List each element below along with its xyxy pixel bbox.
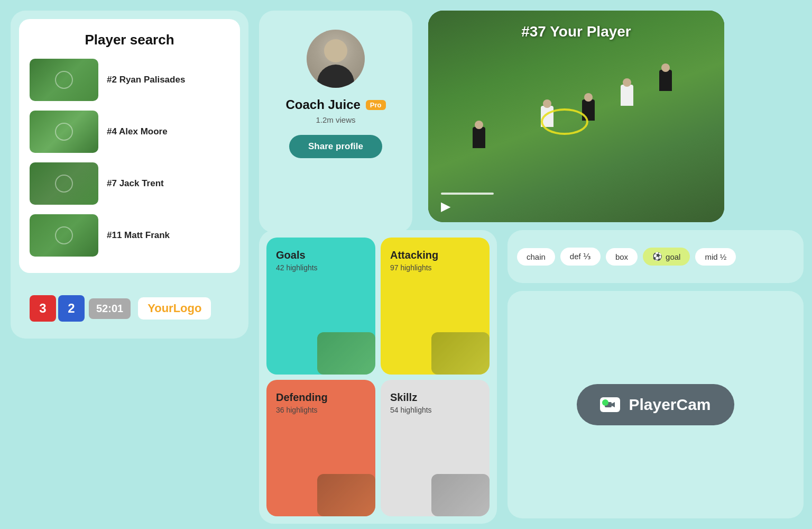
player-name: #11 Matt Frank xyxy=(107,230,170,241)
player-search-inner: Player search #2 Ryan Palisades #4 Alex … xyxy=(19,19,240,273)
scoreboard: 3 2 52:01 YourLogo xyxy=(30,295,211,322)
logo-text: YourLogo xyxy=(147,302,201,315)
score-away: 2 xyxy=(58,295,85,322)
category-image xyxy=(431,474,490,516)
list-item[interactable]: #4 Alex Moore xyxy=(30,111,229,153)
player-figure xyxy=(621,85,633,106)
category-title: Goals xyxy=(276,249,366,261)
video-field: #37 Your Player ▶ xyxy=(428,11,724,222)
category-card-attacking[interactable]: Attacking 97 highlights xyxy=(381,238,490,375)
highlight-circle xyxy=(541,108,588,135)
player-name: #7 Jack Trent xyxy=(107,178,164,189)
playercam-label: PlayerCam xyxy=(629,396,710,414)
list-item[interactable]: #2 Ryan Palisades xyxy=(30,59,229,101)
match-time: 52:01 xyxy=(89,298,131,319)
category-card-skillz[interactable]: Skillz 54 highlights xyxy=(381,380,490,517)
player-search-card: Player search #2 Ryan Palisades #4 Alex … xyxy=(11,11,248,339)
field-image xyxy=(30,162,98,205)
filter-pill-goal[interactable]: ⚽ goal xyxy=(643,248,690,266)
player-search-title: Player search xyxy=(30,32,229,48)
player-figure xyxy=(659,70,672,91)
pro-badge: Pro xyxy=(366,100,386,110)
sponsor-logo: YourLogo xyxy=(138,297,211,320)
coach-profile-card: Coach Juice Pro 1.2m views Share profile xyxy=(259,11,412,233)
video-player-label: #37 Your Player xyxy=(521,23,631,40)
filter-pill-def[interactable]: def ⅓ xyxy=(560,248,601,266)
filter-pill-mid[interactable]: mid ½ xyxy=(695,248,736,266)
player-figure xyxy=(473,127,485,148)
category-image xyxy=(431,332,490,375)
playercam-button[interactable]: PlayerCam xyxy=(577,384,734,425)
list-item[interactable]: #11 Matt Frank xyxy=(30,214,229,257)
camera-icon xyxy=(600,397,620,412)
player-thumb xyxy=(30,214,98,257)
category-title: Attacking xyxy=(390,249,480,261)
play-button[interactable]: ▶ xyxy=(441,199,450,214)
coach-name-row: Coach Juice Pro xyxy=(285,97,385,112)
avatar-image xyxy=(307,30,365,88)
avatar-head xyxy=(324,39,347,62)
list-item[interactable]: #7 Jack Trent xyxy=(30,162,229,205)
score-home: 3 xyxy=(30,295,56,322)
category-image xyxy=(317,332,375,375)
category-subtitle: 97 highlights xyxy=(390,263,480,272)
filter-pill-box[interactable]: box xyxy=(606,248,638,266)
field-preview xyxy=(317,332,375,375)
category-grid: Goals 42 highlights Attacking 97 highlig… xyxy=(259,230,497,524)
field-preview xyxy=(431,474,490,516)
video-card[interactable]: #37 Your Player ▶ xyxy=(428,11,724,222)
player-thumb xyxy=(30,59,98,101)
player-thumb xyxy=(30,162,98,205)
soccer-ball-icon: ⚽ xyxy=(652,252,662,261)
filter-pill-chain[interactable]: chain xyxy=(517,248,555,266)
filter-bar: chain def ⅓ box ⚽ goal mid ½ xyxy=(508,230,804,283)
field-preview xyxy=(317,474,375,516)
avatar-body xyxy=(317,65,354,88)
category-card-defending[interactable]: Defending 36 highlights xyxy=(266,380,375,517)
coach-name: Coach Juice xyxy=(285,97,360,112)
field-image xyxy=(30,59,98,101)
category-card-goals[interactable]: Goals 42 highlights xyxy=(266,238,375,375)
coach-views: 1.2m views xyxy=(316,115,355,124)
avatar xyxy=(307,30,365,88)
share-profile-button[interactable]: Share profile xyxy=(289,135,382,158)
filter-pill-label: goal xyxy=(666,252,680,261)
category-subtitle: 42 highlights xyxy=(276,263,366,272)
player-thumb xyxy=(30,111,98,153)
field-preview xyxy=(431,332,490,375)
category-title: Skillz xyxy=(390,391,480,404)
category-subtitle: 36 highlights xyxy=(276,406,366,414)
player-name: #2 Ryan Palisades xyxy=(107,75,185,85)
player-name: #4 Alex Moore xyxy=(107,126,168,137)
field-image xyxy=(30,214,98,257)
category-image xyxy=(317,474,375,516)
field-image xyxy=(30,111,98,153)
video-progress-bar xyxy=(441,193,494,195)
category-subtitle: 54 highlights xyxy=(390,406,480,414)
category-title: Defending xyxy=(276,391,366,404)
playercam-card: PlayerCam xyxy=(508,291,804,518)
